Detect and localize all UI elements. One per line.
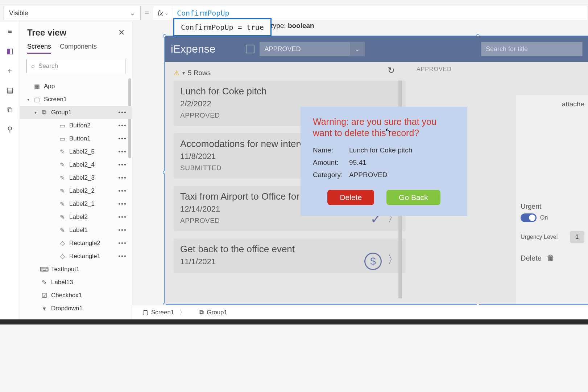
tree-item-label: Group1 bbox=[51, 109, 72, 116]
popup-amount-value: 95.41 bbox=[349, 159, 367, 167]
tree-view-icon[interactable]: ◧ bbox=[5, 46, 14, 55]
tree-item-button2[interactable]: ▭Button2••• bbox=[20, 119, 132, 132]
trash-icon[interactable]: 🗑 bbox=[547, 253, 555, 263]
tree-item-label13[interactable]: ✎Label13 bbox=[20, 276, 132, 289]
tab-components[interactable]: Components bbox=[60, 43, 97, 54]
tree-item-checkbox1[interactable]: ☑Checkbox1 bbox=[20, 289, 132, 302]
more-icon[interactable]: ••• bbox=[118, 135, 127, 142]
chevron-right-icon[interactable]: 〉 bbox=[388, 252, 398, 267]
status-dropdown[interactable]: APPROVED ⌄ bbox=[260, 42, 365, 56]
more-icon[interactable]: ••• bbox=[118, 240, 127, 247]
tree-item-label2_2[interactable]: ✎Label2_2••• bbox=[20, 184, 132, 197]
delete-button[interactable]: Delete bbox=[327, 190, 374, 205]
tree-search-input[interactable]: ⌕ Search bbox=[26, 59, 125, 73]
breadcrumb-group[interactable]: ⧉ Group1 bbox=[194, 305, 232, 319]
tree-item-label2_4[interactable]: ✎Label2_4••• bbox=[20, 158, 132, 171]
popup-category-value: APPROVED bbox=[349, 171, 388, 179]
intellisense-popup: ConfirmPopUp = true bbox=[173, 18, 272, 36]
tree-item-rectangle2[interactable]: ◇Rectangle2••• bbox=[20, 237, 132, 250]
attached-label: attache bbox=[521, 100, 584, 108]
hamburger-icon[interactable]: ≡ bbox=[5, 27, 14, 36]
more-icon[interactable]: ••• bbox=[118, 187, 127, 195]
urgency-level-value[interactable]: 1 bbox=[570, 231, 584, 243]
more-icon[interactable]: ••• bbox=[118, 200, 127, 208]
more-icon[interactable]: ••• bbox=[118, 109, 127, 116]
search-icon: ⌕ bbox=[31, 62, 35, 70]
more-icon[interactable]: ••• bbox=[118, 148, 127, 155]
formula-text[interactable]: ConfirmPopUp bbox=[173, 9, 229, 17]
textinput-icon: ⌨ bbox=[40, 266, 48, 273]
label-icon: ✎ bbox=[58, 174, 66, 182]
more-icon[interactable]: ••• bbox=[118, 161, 127, 168]
left-nav-rail: ≡ ◧ ＋ ▤ ⧉ ⚲ bbox=[0, 22, 20, 319]
tree-item-group1[interactable]: ▾⧉Group1••• bbox=[20, 106, 132, 119]
tree-item-label1[interactable]: ✎Label1••• bbox=[20, 224, 132, 237]
label-icon: ✎ bbox=[58, 161, 66, 169]
dollar-icon[interactable]: $ bbox=[364, 253, 382, 270]
header-checkbox[interactable] bbox=[246, 45, 254, 53]
search-placeholder: Search bbox=[38, 62, 58, 70]
button-icon: ▭ bbox=[58, 135, 66, 143]
app-title: iExpense bbox=[171, 43, 215, 55]
tree-item-button1[interactable]: ▭Button1••• bbox=[20, 132, 132, 145]
tree-list[interactable]: ▦App▾▢Screen1▾⧉Group1•••▭Button2•••▭Butt… bbox=[20, 78, 132, 311]
fx-icon[interactable]: fx⌄ bbox=[153, 6, 173, 20]
more-icon[interactable]: ••• bbox=[118, 226, 127, 234]
tree-item-label: Rectangle1 bbox=[69, 253, 100, 260]
close-icon[interactable]: ✕ bbox=[118, 28, 125, 37]
tree-item-label: Label2_5 bbox=[69, 148, 95, 155]
tree-item-label: Button1 bbox=[69, 135, 91, 142]
button-icon: ▭ bbox=[58, 122, 66, 130]
breadcrumb-screen[interactable]: ▢ Screen1 〉 bbox=[137, 305, 191, 319]
urgent-toggle[interactable] bbox=[521, 213, 537, 222]
delete-label: Delete bbox=[521, 254, 542, 262]
label-icon: ✎ bbox=[40, 279, 48, 286]
tree-item-label2[interactable]: ✎Label2••• bbox=[20, 211, 132, 224]
go-back-button[interactable]: Go Back bbox=[386, 190, 440, 205]
rect-icon: ◇ bbox=[58, 253, 66, 260]
tree-item-label2_5[interactable]: ✎Label2_5••• bbox=[20, 145, 132, 158]
tree-item-rectangle1[interactable]: ◇Rectangle1••• bbox=[20, 250, 132, 263]
tree-view-title: Tree view bbox=[27, 28, 66, 38]
search-input[interactable]: Search for title bbox=[481, 42, 583, 56]
media-icon[interactable]: ⧉ bbox=[5, 105, 14, 114]
property-dropdown[interactable]: Visible ⌄ bbox=[4, 6, 141, 20]
card-title: Lunch for Coke pitch bbox=[180, 86, 399, 97]
app-icon: ▦ bbox=[33, 83, 41, 90]
warning-icon: ⚠ bbox=[174, 69, 179, 77]
tree-item-label: Label2_3 bbox=[69, 174, 95, 181]
detail-status: APPROVED bbox=[417, 66, 452, 73]
more-icon[interactable]: ••• bbox=[118, 253, 127, 260]
tree-view-panel: Tree view ✕ Screens Components ⌕ Search … bbox=[20, 22, 132, 319]
tree-item-label: Label2 bbox=[69, 213, 88, 221]
label-icon: ✎ bbox=[58, 200, 66, 208]
app-header: iExpense APPROVED ⌄ Search for title bbox=[165, 36, 588, 62]
expense-card[interactable]: Get back to the office event11/1/2021$〉 bbox=[174, 238, 406, 273]
tree-item-app[interactable]: ▦App bbox=[20, 80, 132, 93]
tree-item-dropdown1[interactable]: ▾Dropdown1 bbox=[20, 302, 132, 311]
tools-icon[interactable]: ⚲ bbox=[5, 125, 14, 134]
insert-icon[interactable]: ＋ bbox=[5, 66, 14, 75]
more-icon[interactable]: ••• bbox=[118, 174, 127, 181]
tree-item-label2_1[interactable]: ✎Label2_1••• bbox=[20, 197, 132, 211]
refresh-icon[interactable]: ↻ bbox=[388, 65, 395, 75]
label-icon: ✎ bbox=[58, 187, 66, 195]
group-icon: ⧉ bbox=[199, 309, 204, 316]
tree-item-textinput1[interactable]: ⌨TextInput1 bbox=[20, 263, 132, 276]
tree-item-screen1[interactable]: ▾▢Screen1 bbox=[20, 93, 132, 106]
more-icon[interactable]: ••• bbox=[118, 213, 127, 221]
data-icon[interactable]: ▤ bbox=[5, 86, 14, 94]
equals-sign: = bbox=[141, 8, 153, 18]
more-icon[interactable]: ••• bbox=[118, 122, 127, 129]
urgent-label: Urgent bbox=[521, 203, 584, 211]
rect-icon: ◇ bbox=[58, 240, 66, 247]
checkbox-icon: ☑ bbox=[40, 292, 48, 299]
popup-name-label: Name: bbox=[313, 146, 349, 154]
tab-screens[interactable]: Screens bbox=[27, 43, 51, 54]
tree-item-label2_3[interactable]: ✎Label2_3••• bbox=[20, 171, 132, 184]
design-canvas[interactable]: iExpense APPROVED ⌄ Search for title ⚠ ▾… bbox=[132, 22, 588, 319]
card-status: APPROVED bbox=[180, 217, 399, 225]
urgency-level-label: Urgency Level bbox=[521, 234, 558, 240]
chevron-down-icon[interactable]: ▾ bbox=[182, 70, 185, 76]
status-bar bbox=[0, 319, 588, 324]
